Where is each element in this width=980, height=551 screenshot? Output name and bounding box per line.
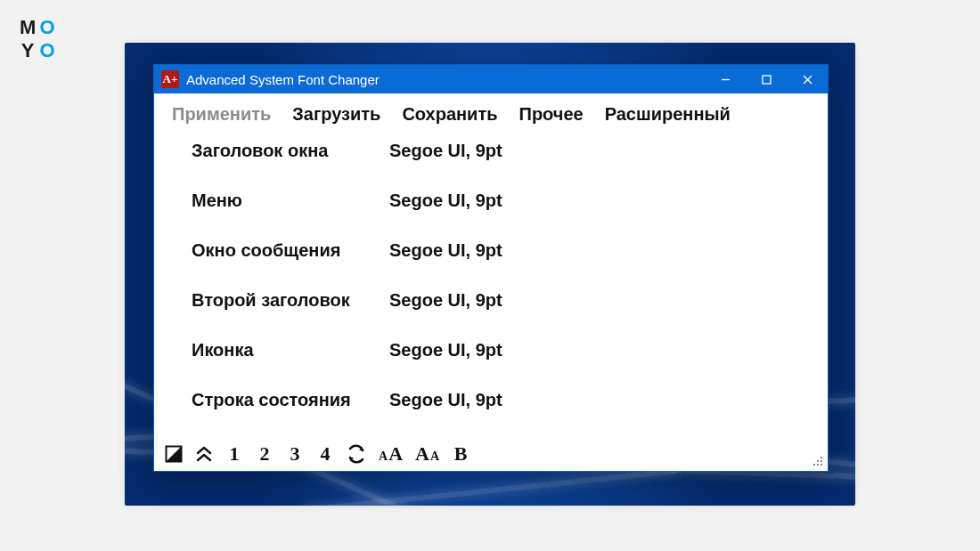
menubar: Применить Загрузить Сохранить Прочее Рас… [154, 93, 828, 128]
menu-other[interactable]: Прочее [519, 104, 584, 125]
aa-small: A [379, 450, 388, 464]
menu-advanced[interactable]: Расширенный [605, 104, 731, 125]
setting-row-menu[interactable]: Меню Segoe UI, 9pt [192, 190, 828, 240]
aa-small: A [430, 450, 439, 464]
setting-value: Segoe UI, 9pt [389, 290, 502, 311]
minimize-button[interactable] [705, 65, 746, 93]
resize-grip-icon[interactable] [812, 455, 824, 467]
svg-rect-8 [813, 464, 815, 466]
setting-value: Segoe UI, 9pt [389, 141, 502, 161]
site-logo: M O Y O [20, 16, 59, 62]
titlebar[interactable]: A+ Advanced System Font Changer [154, 65, 828, 93]
setting-row-icon[interactable]: Иконка Segoe UI, 9pt [192, 340, 828, 390]
setting-row-secondary-title[interactable]: Второй заголовок Segoe UI, 9pt [192, 290, 828, 340]
logo-letter: O [39, 39, 59, 62]
menu-save[interactable]: Сохранить [402, 104, 497, 125]
preset-1-button[interactable]: 1 [225, 442, 243, 466]
svg-rect-5 [821, 457, 822, 458]
maximize-button[interactable] [746, 65, 787, 93]
svg-rect-10 [821, 464, 822, 466]
preset-2-button[interactable]: 2 [256, 442, 274, 466]
font-settings-list: Заголовок окна Segoe UI, 9pt Меню Segoe … [154, 128, 828, 440]
setting-row-statusbar[interactable]: Строка состояния Segoe UI, 9pt [192, 390, 828, 440]
app-icon-text: A+ [163, 72, 178, 86]
preset-4-button[interactable]: 4 [316, 442, 334, 466]
logo-letter: O [39, 16, 59, 39]
setting-row-titlebar[interactable]: Заголовок окна Segoe UI, 9pt [192, 141, 828, 190]
app-icon: A+ [161, 70, 179, 88]
setting-value: Segoe UI, 9pt [389, 340, 502, 361]
svg-rect-6 [817, 460, 819, 462]
close-button[interactable] [787, 65, 828, 93]
refresh-icon[interactable] [347, 444, 366, 464]
font-size-decrease-icon[interactable]: AA [415, 442, 439, 466]
aa-large: A [388, 442, 403, 466]
setting-value: Segoe UI, 9pt [389, 390, 502, 410]
double-chevron-up-icon[interactable] [195, 445, 213, 463]
svg-rect-1 [763, 76, 771, 84]
menu-apply[interactable]: Применить [172, 104, 271, 125]
setting-label: Окно сообщения [192, 240, 389, 261]
bold-toggle-button[interactable]: B [452, 442, 470, 466]
setting-value: Segoe UI, 9pt [389, 240, 502, 261]
aa-large: A [415, 442, 429, 466]
setting-label: Второй заголовок [192, 290, 389, 311]
logo-letter: M [20, 16, 39, 39]
svg-rect-7 [821, 460, 822, 462]
app-window: A+ Advanced System Font Changer Применит… [153, 64, 829, 472]
menu-load[interactable]: Загрузить [292, 104, 380, 125]
setting-label: Иконка [192, 340, 389, 361]
svg-rect-9 [817, 464, 819, 466]
logo-letter: Y [20, 39, 39, 62]
preset-3-button[interactable]: 3 [286, 442, 304, 466]
setting-label: Заголовок окна [192, 141, 389, 161]
contrast-icon[interactable] [165, 445, 183, 463]
font-size-increase-icon[interactable]: AA [379, 442, 403, 466]
setting-label: Меню [192, 190, 389, 211]
setting-value: Segoe UI, 9pt [389, 190, 502, 211]
bottom-toolbar: 1 2 3 4 AA AA B [154, 440, 828, 471]
setting-row-messagebox[interactable]: Окно сообщения Segoe UI, 9pt [192, 240, 828, 290]
window-title: Advanced System Font Changer [186, 72, 380, 87]
setting-label: Строка состояния [192, 390, 389, 410]
